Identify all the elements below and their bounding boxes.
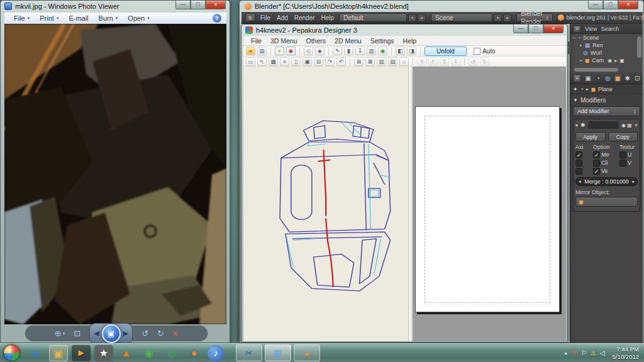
previous-icon[interactable]: ◀ <box>94 329 99 337</box>
tree-item-renderlayers[interactable]: + ▦ Ren <box>570 41 643 49</box>
expand-icon[interactable]: + <box>579 43 582 48</box>
menu-help[interactable]: Help <box>399 36 421 45</box>
sheet-icon[interactable]: ▤ <box>388 57 397 66</box>
star-app-icon[interactable]: ★ <box>94 345 113 361</box>
auto-checkbox[interactable] <box>474 48 480 55</box>
pane-splitter[interactable] <box>408 67 413 341</box>
menu-burn[interactable]: Burn▾ <box>94 14 123 23</box>
panel-collapse-icon[interactable]: ▼ <box>573 97 578 103</box>
expand-icon[interactable]: + <box>579 58 582 63</box>
tab-data-icon[interactable]: ⊡ <box>634 75 640 82</box>
tree-item-world[interactable]: ◍ Worl <box>570 49 643 57</box>
columns-icon[interactable]: ▥ <box>367 47 376 55</box>
tab-render-icon[interactable]: ▣ <box>585 75 591 82</box>
close-button[interactable]: × <box>206 1 226 9</box>
rotate-ccw-icon[interactable]: ↶ <box>336 57 346 66</box>
open-icon[interactable]: ▰ <box>246 47 255 55</box>
outliner-menu-search[interactable]: Search <box>601 26 619 32</box>
axis-x-checkbox[interactable]: ✓ <box>575 151 582 158</box>
outliner-hscrollbar[interactable] <box>574 68 618 72</box>
solid-view-icon[interactable]: ◇ <box>304 47 313 55</box>
blender-taskbar-button[interactable]: ◕ <box>294 344 320 361</box>
help-icon[interactable]: ? <box>213 14 221 23</box>
pepakura-taskbar-button[interactable]: ✂ <box>236 344 262 361</box>
pin-icon[interactable]: ✦ <box>573 86 578 92</box>
menu-print[interactable]: Print▾ <box>35 14 63 23</box>
anchor-icon[interactable]: ↧ <box>355 47 365 55</box>
menu-settings[interactable]: Settings <box>367 36 398 45</box>
modifier-collapse-icon[interactable]: ▾ <box>575 123 578 128</box>
texture-icon[interactable]: ▦ <box>269 57 278 66</box>
media-player-icon[interactable]: ▶ <box>72 345 91 361</box>
firefox-icon[interactable]: ● <box>185 345 204 361</box>
slider-right-arrow-icon[interactable]: ▸ <box>632 179 635 184</box>
outliner-menu-view[interactable]: View <box>585 26 597 32</box>
media-center-icon[interactable]: ◉ <box>140 345 158 361</box>
tab-world-icon[interactable]: ◍ <box>605 75 611 82</box>
modifier-visibility-toggles[interactable]: ◉ ▦ <box>621 123 632 128</box>
tree-item-object[interactable]: + ◼ Cam ◉ ▸ ▣ <box>570 57 643 64</box>
tab-object-icon[interactable]: ◼ <box>614 75 621 82</box>
menu-3d[interactable]: 3D Menu <box>267 36 301 45</box>
action-center-icon[interactable]: ⚐ <box>581 349 587 356</box>
fit-to-window-icon[interactable]: ⊡ <box>74 329 80 338</box>
rotate-cw-icon[interactable]: ↻ <box>157 329 164 338</box>
maximize-button[interactable]: □ <box>191 1 206 9</box>
outliner-scrollbar[interactable] <box>637 36 641 58</box>
print-icon[interactable]: ⌂ <box>399 57 409 66</box>
menu-open[interactable]: Open▾ <box>123 14 153 23</box>
vlc-icon[interactable]: ▲ <box>117 345 136 361</box>
zoom-dropdown-icon[interactable]: ▾ <box>63 331 65 336</box>
security-tray-icon[interactable]: ⚑ <box>572 349 577 356</box>
cursor-icon[interactable]: ↖ <box>257 57 267 66</box>
outliner-editor-selector[interactable]: ≡ <box>573 25 581 33</box>
redo-icon[interactable]: ↻ <box>480 57 489 66</box>
tab-modifiers-icon[interactable]: ✱ <box>625 75 631 82</box>
label-icon[interactable]: ▣ <box>303 57 312 66</box>
menu-file[interactable]: File▾ <box>9 14 34 23</box>
rotate-cw-icon[interactable]: ↷ <box>325 57 335 66</box>
remove-flap-icon[interactable]: ⊠ <box>365 57 375 66</box>
clipping-checkbox[interactable] <box>593 160 600 167</box>
tray-expand-icon[interactable]: ▲ <box>564 351 568 355</box>
edit-icon[interactable]: ✎ <box>333 47 342 55</box>
undo-icon[interactable]: ↺ <box>469 57 478 66</box>
texture-u-checkbox[interactable] <box>619 151 626 158</box>
pepakura-3d-pane[interactable] <box>243 67 408 341</box>
minimize-button[interactable]: — <box>513 25 528 33</box>
slider-left-arrow-icon[interactable]: ◂ <box>579 179 581 184</box>
slideshow-button[interactable]: ▣ <box>102 324 121 343</box>
menu-2d[interactable]: 2D Menu <box>331 36 365 45</box>
network-warning-icon[interactable]: ⚠ <box>591 349 596 356</box>
cursor-icon[interactable]: ▸ <box>614 58 617 63</box>
unfold-button[interactable]: Unfold <box>425 47 467 56</box>
part-icon[interactable]: ▯ <box>291 57 301 66</box>
copy-button[interactable]: Copy <box>608 132 638 141</box>
layers-icon[interactable]: ≡ <box>280 57 289 66</box>
save-icon[interactable]: ▤ <box>257 47 267 55</box>
menu-file[interactable]: File <box>247 36 265 45</box>
add-modifier-dropdown[interactable]: Add Modifier ↕ <box>573 106 640 116</box>
cylinder-icon[interactable]: ▮ <box>344 47 353 55</box>
tree-item-scene[interactable]: − ◦ Scene <box>570 34 643 41</box>
texture-view-icon[interactable]: ◈ <box>315 47 325 55</box>
camera-icon[interactable]: ▣ <box>619 58 625 63</box>
eye-icon[interactable]: ◉ <box>608 58 612 63</box>
move-up-icon[interactable]: ↥ <box>440 57 449 66</box>
menu-render[interactable]: Render <box>294 14 315 21</box>
merge-checkbox[interactable]: ✓ <box>593 151 600 158</box>
maximize-button[interactable]: □ <box>603 1 618 9</box>
menu-email[interactable]: E-mail <box>64 14 92 23</box>
add-flap-icon[interactable]: ⊞ <box>354 57 364 66</box>
export-icon[interactable]: ↰ <box>417 57 426 66</box>
menu-add[interactable]: Add <box>277 14 288 21</box>
vertex-groups-checkbox[interactable]: ✓ <box>593 168 600 175</box>
merge-limit-slider[interactable]: ◂ Merge : 0.001000 ▸ <box>575 177 638 186</box>
maximize-button[interactable]: □ <box>528 25 543 33</box>
add-scene-button[interactable]: + <box>494 14 502 22</box>
menu-others[interactable]: Others <box>303 36 330 45</box>
windows-explorer-icon[interactable]: ▣ <box>49 345 68 361</box>
close-layout-button[interactable]: × <box>418 14 426 22</box>
photo-viewer-taskbar-button[interactable]: ▦ <box>265 344 291 361</box>
editor-type-selector[interactable]: ≡ <box>245 13 255 22</box>
